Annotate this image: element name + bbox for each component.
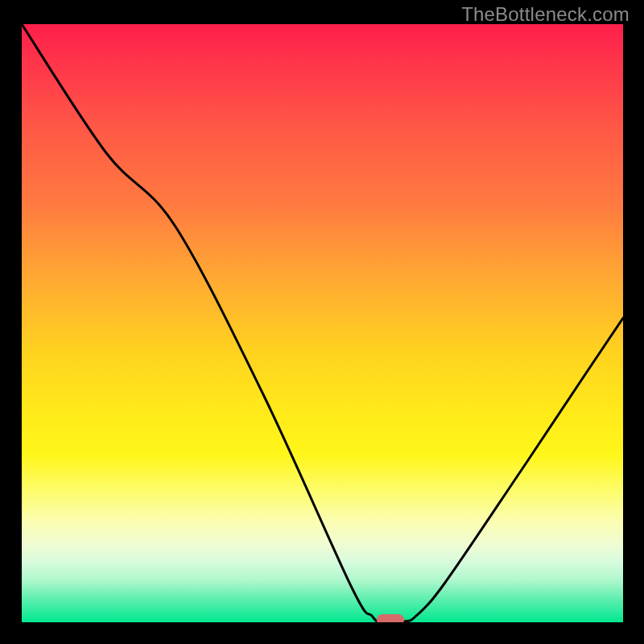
optimal-marker — [377, 614, 404, 622]
bottleneck-curve — [22, 24, 623, 622]
watermark-label: TheBottleneck.com — [461, 3, 630, 26]
chart-frame: TheBottleneck.com — [0, 0, 644, 644]
plot-area — [22, 24, 623, 622]
